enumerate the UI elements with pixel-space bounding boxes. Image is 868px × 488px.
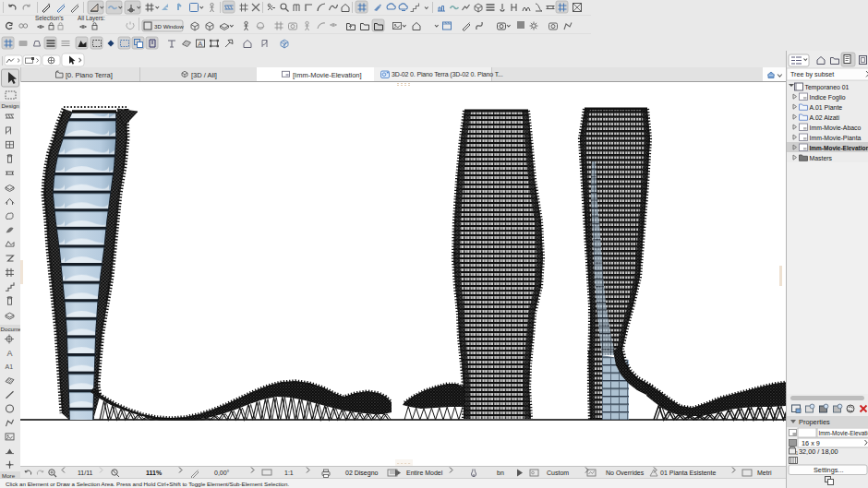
svg-text:Properties: Properties [799,418,830,426]
svg-text:32,00 / 18,00: 32,00 / 18,00 [799,447,838,456]
svg-text:Temporaneo 01: Temporaneo 01 [805,84,850,91]
svg-text:bn: bn [497,470,504,476]
svg-text:1:1: 1:1 [284,470,294,476]
svg-text:Imm-Movie-Pianta: Imm-Movie-Pianta [810,135,862,141]
svg-text:11/11: 11/11 [78,470,93,476]
svg-text:0,00°: 0,00° [214,470,230,476]
svg-text:3D Window: 3D Window [154,23,184,30]
svg-text:Masters: Masters [810,155,833,161]
svg-text:Custom: Custom [547,470,569,476]
svg-text:Imm-Movie-Abaco: Imm-Movie-Abaco [810,125,862,131]
svg-text:A1: A1 [6,363,14,370]
svg-text:A.02 Alzati: A.02 Alzati [810,114,840,121]
svg-text:Imm-Movie-Elevation: Imm-Movie-Elevation [810,145,868,151]
svg-text:All Layers:: All Layers: [78,15,105,22]
svg-text:02 Disegno: 02 Disegno [345,470,379,477]
svg-text:Entire Model: Entire Model [406,470,443,476]
svg-text:Indice Foglio: Indice Foglio [810,94,846,101]
svg-text:111%: 111% [146,470,163,476]
svg-text:Selection’s: Selection’s [35,15,64,21]
svg-text:Docume: Docume [1,326,21,332]
svg-text:No Overrides: No Overrides [606,470,645,476]
svg-text:Settings...: Settings... [814,466,843,474]
svg-text:01 Pianta Esistente: 01 Pianta Esistente [660,470,716,476]
svg-text:Metri: Metri [757,470,772,476]
svg-text:Tree by subset: Tree by subset [790,70,834,78]
svg-text:Design: Design [2,102,20,109]
svg-text:A: A [198,40,202,48]
svg-text:A: A [7,349,13,358]
svg-text:A.01 Piante: A.01 Piante [810,104,843,111]
svg-text:Imm-Movie-Elevation: Imm-Movie-Elevation [819,430,868,436]
